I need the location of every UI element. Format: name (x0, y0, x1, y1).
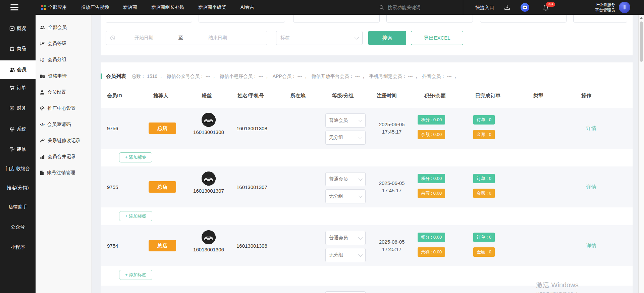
nav-all-apps[interactable]: 全部应用 (41, 4, 67, 10)
nav-item-peer-award[interactable]: 新店商平级奖 (198, 4, 226, 10)
nav-item-ads-video[interactable]: 投放广告视频 (81, 4, 109, 10)
submenu-item-member-invite-code[interactable]: </> 会员邀请码 (36, 119, 91, 130)
notifications-button[interactable]: 99+ (543, 4, 549, 12)
sidebar-item-goods[interactable]: 商品 (0, 43, 36, 54)
filter-input[interactable] (480, 15, 567, 22)
filter-input[interactable] (106, 15, 192, 22)
sidebar-item-official-account[interactable]: 公众号 (0, 222, 36, 233)
member-name-phone: 16013001307 (236, 166, 267, 207)
tag-placeholder: 标签 (280, 35, 290, 41)
fans-number: 16013001308 (193, 129, 224, 135)
filter-input[interactable] (199, 15, 285, 22)
submenu-item-label: 会员设置 (47, 89, 66, 95)
sidebar-item-members[interactable]: 会员 (0, 60, 36, 79)
stat-phone-bound: 手机号绑定会员： ---， (369, 74, 419, 80)
sidebar-item-shop-assistant[interactable]: 店铺助手 (0, 201, 36, 213)
submenu-item-member-merge-records[interactable]: 会员合并记录 (36, 152, 91, 162)
filter-input[interactable] (386, 15, 473, 22)
quick-entry-link[interactable]: 快捷入口 (475, 5, 494, 11)
sidebar-item-orders[interactable]: 订单 (0, 82, 36, 94)
chevron-down-icon (355, 35, 359, 40)
assistant-robot-icon[interactable] (521, 3, 529, 13)
sidebar-item-label: 门店-收银台 (6, 166, 30, 172)
page-scrollbar[interactable] (638, 15, 644, 293)
col-header-type: 类型 (533, 93, 543, 99)
sidebar-item-finance[interactable]: ¥ 财务 (0, 102, 36, 114)
sidebar-item-system[interactable]: 系统 (0, 124, 36, 135)
search-button[interactable]: 搜索 (368, 31, 406, 45)
fans-number: 16013001307 (193, 188, 224, 194)
user-avatar[interactable] (619, 2, 630, 13)
points-badge: 积分 : 0.00 (418, 174, 445, 183)
submenu-item-member-groups[interactable]: AZ 会员分组 (36, 55, 91, 65)
user-role-name: 平台管理员 (595, 7, 615, 13)
referrer-button[interactable]: 总店 (149, 123, 176, 134)
date-range-input[interactable]: 开始日期 至 结束日期 (106, 31, 267, 45)
sidebar-item-mini-program[interactable]: 小程序 (0, 242, 36, 253)
submenu-item-label: 资格申请 (48, 73, 67, 79)
sidebar-item-label: 商品 (17, 46, 26, 52)
user-org-name: E企盈服务 (595, 2, 615, 7)
member-id: 9754 (107, 225, 118, 266)
user-info[interactable]: E企盈服务 平台管理员 (595, 2, 615, 13)
table-row: 9754 总店 16013001306 16013001306 普通会员 无分组… (101, 225, 633, 284)
level-select[interactable]: 普通会员 (325, 291, 366, 293)
tag-select[interactable]: 标签 (276, 31, 363, 45)
topbar-nav: 全部应用 投放广告视频 新店商 新店商组长补贴 新店商平级奖 AI看吉 (41, 0, 254, 15)
detail-link[interactable]: 详情 (581, 166, 601, 207)
submenu-item-label: 关系链修改记录 (48, 138, 80, 144)
group-select[interactable]: 无分组 (325, 248, 366, 262)
download-icon[interactable] (504, 4, 510, 12)
col-header-points-balance: 积分/余额 (424, 93, 445, 99)
submenu-item-label: 会员合并记录 (48, 154, 76, 160)
referrer-button[interactable]: 总店 (149, 181, 176, 193)
group-select[interactable]: 无分组 (325, 131, 366, 145)
member-id: 9755 (107, 166, 118, 207)
stat-total: 总数： 1516， (131, 74, 163, 80)
submenu-item-promotion-center-settings[interactable]: 推广中心设置 (36, 103, 91, 113)
table-row: 9756 总店 16013001308 16013001308 普通会员 无分组… (101, 108, 633, 167)
submenu-item-all-members[interactable]: 全部会员 (36, 22, 91, 33)
list-title: 会员列表 (106, 73, 126, 80)
scrollbar-up-arrow[interactable] (640, 17, 643, 19)
date-start-placeholder: 开始日期 (115, 35, 172, 41)
filter-input[interactable] (293, 15, 380, 22)
level-select[interactable]: 普通会员 (325, 113, 366, 128)
submenu-item-member-settings[interactable]: 会员设置 (36, 87, 91, 97)
submenu-item-member-levels[interactable]: 会员等级 (36, 39, 91, 49)
add-tag-button[interactable]: + 添加标签 (119, 270, 152, 280)
scrollbar-thumb[interactable] (640, 21, 643, 62)
member-avatar (202, 113, 216, 127)
nav-item-ai[interactable]: AI看吉 (240, 4, 254, 10)
detail-link[interactable]: 详情 (581, 108, 601, 149)
filter-input[interactable] (573, 15, 627, 22)
sidebar-item-store-cashier[interactable]: 门店-收银台 (0, 163, 36, 175)
member-list-header: 会员列表 总数： 1516， 微信公众号会员： ---， 微信小程序会员： --… (101, 73, 633, 80)
amount-badge: 金额 : 0 (473, 189, 495, 198)
submenu-item-label: 会员分组 (48, 57, 66, 63)
nav-item-new-shop[interactable]: 新店商 (123, 4, 137, 10)
group-select[interactable]: 无分组 (325, 189, 366, 203)
sidebar-item-overview[interactable]: 概况 (0, 23, 36, 34)
filter-panel: 开始日期 至 结束日期 标签 搜索 导出EXCEL (101, 15, 633, 55)
submenu-item-qualification-apply[interactable]: 资格申请 (36, 71, 91, 81)
add-tag-button[interactable]: + 添加标签 (119, 152, 152, 162)
sort-amount-icon (40, 41, 45, 46)
submenu-item-account-cancellation[interactable]: 账号注销管理 (36, 168, 91, 178)
level-select[interactable]: 普通会员 (325, 231, 366, 245)
amount-badge: 金额 : 0 (473, 247, 495, 257)
register-time: 2025-06-0517:45:17 (373, 225, 410, 266)
clock-icon (110, 35, 115, 41)
level-select[interactable]: 普通会员 (325, 172, 366, 186)
search-input[interactable] (387, 4, 455, 10)
sidebar-item-decorate[interactable]: 装修 (0, 144, 36, 155)
add-tag-button[interactable]: + 添加标签 (119, 211, 152, 221)
detail-link[interactable]: 详情 (581, 225, 601, 266)
table-row: 9755 总店 16013001307 16013001307 普通会员 无分组… (101, 166, 633, 226)
nav-item-leader-subsidy[interactable]: 新店商组长补贴 (151, 4, 184, 10)
submenu-item-relation-chain-records[interactable]: 关系链修改记录 (36, 136, 91, 146)
sidebar-item-promoter[interactable]: 推客(分销) (0, 182, 36, 194)
export-excel-button[interactable]: 导出EXCEL (411, 31, 463, 45)
menu-toggle-button[interactable] (10, 4, 18, 10)
referrer-button[interactable]: 总店 (149, 240, 176, 251)
